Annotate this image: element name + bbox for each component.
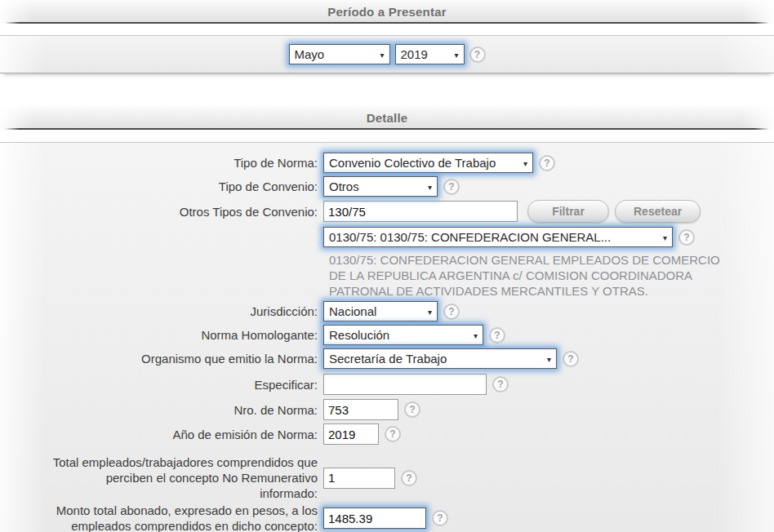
organismo-select[interactable]: Secretaría de Trabajo ▾	[323, 348, 557, 369]
organismo-label: Organismo que emitio la Norma:	[0, 351, 323, 366]
otros-tipos-input[interactable]	[323, 201, 518, 222]
help-icon[interactable]: ?	[432, 510, 448, 526]
form-row-total-empleados: Total empleados/trabajadores comprendido…	[0, 454, 774, 501]
norma-homologante-label: Norma Homologante:	[0, 327, 323, 343]
detalle-title: Detalle	[367, 111, 408, 125]
form-row-norma-homologante: Norma Homologante: Resolución ▾ ?	[0, 325, 774, 345]
form-row-nro-norma: Nro. de Norma: ?	[0, 399, 774, 420]
chevron-down-icon: ▾	[474, 330, 478, 339]
especificar-label: Especificar:	[0, 377, 323, 392]
chevron-down-icon: ▾	[380, 50, 384, 59]
norma-homologante-select[interactable]: Resolución ▾	[323, 325, 483, 345]
nro-norma-label: Nro. de Norma:	[0, 402, 323, 418]
monto-total-label: Monto total abonado, expresado en pesos,…	[0, 503, 323, 532]
total-empleados-label: Total empleados/trabajadores comprendido…	[0, 454, 323, 501]
anio-emision-input[interactable]	[323, 423, 379, 445]
tipo-de-convenio-value: Otros	[329, 180, 359, 193]
help-icon[interactable]: ?	[443, 304, 460, 320]
jurisdiccion-value: Nacional	[329, 304, 376, 318]
spacer	[0, 73, 774, 106]
form-row-convenio-resultado: 0130/75: 0130/75: CONFEDERACION GENERAL.…	[0, 227, 774, 247]
form-row-tipo-convenio: Tipo de Convenio: Otros ▾ ?	[0, 176, 774, 197]
help-icon[interactable]: ?	[443, 179, 460, 195]
norma-homologante-value: Resolución	[329, 328, 389, 342]
year-select[interactable]: 2019 ▾	[395, 44, 465, 64]
chevron-down-icon: ▾	[454, 50, 458, 59]
chevron-down-icon: ▾	[663, 233, 667, 242]
help-icon[interactable]: ?	[385, 426, 401, 442]
anio-emision-label: Año de emisión de Norma:	[0, 427, 323, 442]
detalle-band: Tipo de Norma: Convenio Colectivo de Tra…	[0, 142, 774, 532]
help-icon[interactable]: ?	[678, 229, 695, 246]
detalle-header-bar: Detalle	[0, 106, 774, 130]
filtrar-button[interactable]: Filtrar	[527, 200, 609, 223]
help-icon[interactable]: ?	[563, 351, 579, 367]
otros-tipos-label: Otros Tipos de Convenio:	[0, 204, 323, 219]
spacer	[0, 24, 774, 35]
chevron-down-icon: ▾	[428, 182, 432, 191]
form-row-monto-total: Monto total abonado, expresado en pesos,…	[0, 503, 774, 532]
year-select-value: 2019	[401, 47, 428, 61]
form-row-especificar: Especificar: ?	[0, 374, 774, 395]
jurisdiccion-label: Jurisdicción:	[0, 304, 323, 319]
help-icon[interactable]: ?	[469, 47, 486, 63]
help-icon[interactable]: ?	[401, 470, 417, 486]
form-page: Período a Presentar Mayo ▾ 2019 ▾ ? Deta…	[0, 0, 774, 532]
tipo-de-norma-value: Convenio Colectivo de Trabajo	[329, 156, 496, 170]
convenio-resultado-value: 0130/75: 0130/75: CONFEDERACION GENERAL.…	[329, 230, 611, 244]
chevron-down-icon: ▾	[428, 307, 432, 316]
especificar-input[interactable]	[323, 374, 487, 395]
chevron-down-icon: ▾	[547, 354, 551, 363]
jurisdiccion-select[interactable]: Nacional ▾	[323, 301, 438, 321]
organismo-value: Secretaría de Trabajo	[329, 352, 447, 366]
form-row-anio-emision: Año de emisión de Norma: ?	[0, 423, 774, 445]
help-icon[interactable]: ?	[404, 401, 420, 418]
tipo-convenio-label: Tipo de Convenio:	[0, 179, 323, 194]
monto-total-input[interactable]	[323, 508, 426, 529]
convenio-resultado-select[interactable]: 0130/75: 0130/75: CONFEDERACION GENERAL.…	[323, 227, 673, 247]
periodo-header-bar: Período a Presentar	[0, 0, 774, 24]
form-row-otros-tipos: Otros Tipos de Convenio: Filtrar Resetea…	[0, 200, 774, 223]
convenio-descripcion-text: 0130/75: CONFEDERACION GENERAL EMPLEADOS…	[329, 252, 747, 299]
chevron-down-icon: ▾	[523, 158, 527, 167]
resetear-button[interactable]: Resetear	[615, 200, 701, 223]
nro-norma-input[interactable]	[323, 399, 398, 420]
help-icon[interactable]: ?	[489, 327, 505, 344]
help-icon[interactable]: ?	[492, 376, 509, 392]
month-select-value: Mayo	[295, 47, 325, 61]
tipo-de-convenio-select[interactable]: Otros ▾	[323, 176, 438, 197]
form-row-jurisdiccion: Jurisdicción: Nacional ▾ ?	[0, 301, 774, 321]
periodo-title: Período a Presentar	[327, 5, 447, 19]
tipo-de-norma-select[interactable]: Convenio Colectivo de Trabajo ▾	[323, 153, 533, 173]
form-row-tipo-norma: Tipo de Norma: Convenio Colectivo de Tra…	[0, 153, 774, 173]
spacer	[0, 130, 774, 142]
total-empleados-input[interactable]	[323, 468, 395, 489]
form-row-organismo: Organismo que emitio la Norma: Secretarí…	[0, 348, 774, 369]
periodo-band: Mayo ▾ 2019 ▾ ?	[0, 35, 774, 73]
help-icon[interactable]: ?	[539, 155, 555, 171]
month-select[interactable]: Mayo ▾	[289, 44, 390, 64]
tipo-norma-label: Tipo de Norma:	[0, 155, 323, 171]
